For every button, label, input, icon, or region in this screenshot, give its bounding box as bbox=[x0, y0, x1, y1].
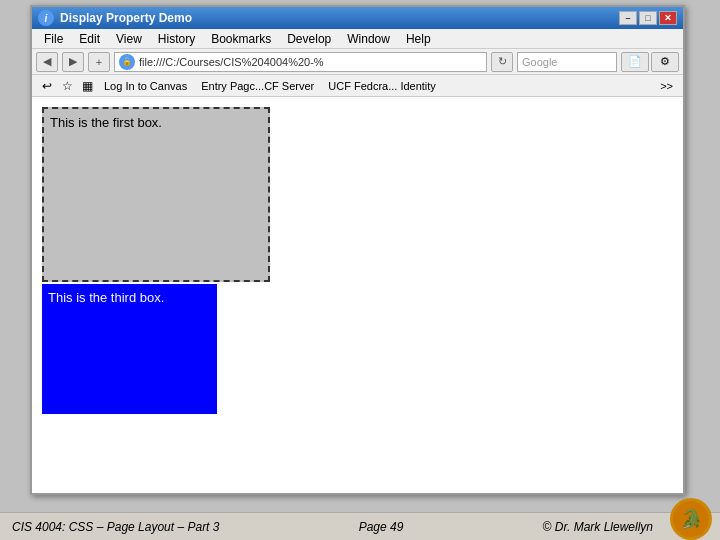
box-third-label: This is the third box. bbox=[48, 290, 164, 305]
title-bar: i Display Property Demo – □ ✕ bbox=[32, 7, 683, 29]
menu-edit[interactable]: Edit bbox=[71, 30, 108, 48]
menu-window[interactable]: Window bbox=[339, 30, 398, 48]
browser-window: i Display Property Demo – □ ✕ File Edit … bbox=[30, 5, 685, 495]
address-icon: 🔒 bbox=[119, 54, 135, 70]
footer-left-text: CIS 4004: CSS – Page Layout – Part 3 bbox=[12, 520, 219, 534]
address-bar[interactable]: 🔒 file:///C:/Courses/CIS%204004%20-% bbox=[114, 52, 487, 72]
toolbar-icon-2[interactable]: ⚙ bbox=[651, 52, 679, 72]
toolbar-icon-1[interactable]: 📄 bbox=[621, 52, 649, 72]
page-content: This is the first box. This is the secon… bbox=[32, 97, 683, 493]
bookmarks-bar: ↩ ☆ ▦ Log In to Canvas Entry Pagc...CF S… bbox=[32, 75, 683, 97]
close-button[interactable]: ✕ bbox=[659, 11, 677, 25]
bookmarks-more[interactable]: >> bbox=[656, 78, 677, 94]
bookmarks-icon[interactable]: ↩ bbox=[38, 78, 56, 94]
footer-logo-inner: 🐊 bbox=[673, 501, 709, 537]
back-button[interactable]: ◀ bbox=[36, 52, 58, 72]
window-controls: – □ ✕ bbox=[619, 11, 677, 25]
toolbar-icons: 📄 ⚙ bbox=[621, 52, 679, 72]
box-third: This is the third box. bbox=[42, 284, 217, 414]
menu-bookmarks[interactable]: Bookmarks bbox=[203, 30, 279, 48]
menu-help[interactable]: Help bbox=[398, 30, 439, 48]
search-placeholder: Google bbox=[522, 56, 557, 68]
bookmarks-grid[interactable]: ▦ bbox=[78, 78, 96, 94]
box-first: This is the first box. bbox=[42, 107, 270, 282]
minimize-button[interactable]: – bbox=[619, 11, 637, 25]
menu-view[interactable]: View bbox=[108, 30, 150, 48]
footer-center-text: Page 49 bbox=[219, 520, 542, 534]
footer-right-text: © Dr. Mark Llewellyn bbox=[543, 520, 653, 534]
window-title: Display Property Demo bbox=[60, 11, 619, 25]
bookmarks-star[interactable]: ☆ bbox=[58, 78, 76, 94]
refresh-button[interactable]: ↻ bbox=[491, 52, 513, 72]
menu-develop[interactable]: Develop bbox=[279, 30, 339, 48]
menu-file[interactable]: File bbox=[36, 30, 71, 48]
browser-icon: i bbox=[38, 10, 54, 26]
menu-history[interactable]: History bbox=[150, 30, 203, 48]
footer-bar: CIS 4004: CSS – Page Layout – Part 3 Pag… bbox=[0, 512, 720, 540]
menu-bar: File Edit View History Bookmarks Develop… bbox=[32, 29, 683, 49]
bookmark-ucf[interactable]: UCF Fedcra... Identity bbox=[322, 78, 442, 94]
new-tab-button[interactable]: + bbox=[88, 52, 110, 72]
address-text: file:///C:/Courses/CIS%204004%20-% bbox=[139, 56, 324, 68]
footer-logo: 🐊 bbox=[670, 498, 712, 540]
box-first-label: This is the first box. bbox=[50, 115, 162, 130]
navigation-bar: ◀ ▶ + 🔒 file:///C:/Courses/CIS%204004%20… bbox=[32, 49, 683, 75]
bookmark-canvas[interactable]: Log In to Canvas bbox=[98, 78, 193, 94]
forward-button[interactable]: ▶ bbox=[62, 52, 84, 72]
bookmark-entry-page[interactable]: Entry Pagc...CF Server bbox=[195, 78, 320, 94]
search-bar[interactable]: Google bbox=[517, 52, 617, 72]
maximize-button[interactable]: □ bbox=[639, 11, 657, 25]
